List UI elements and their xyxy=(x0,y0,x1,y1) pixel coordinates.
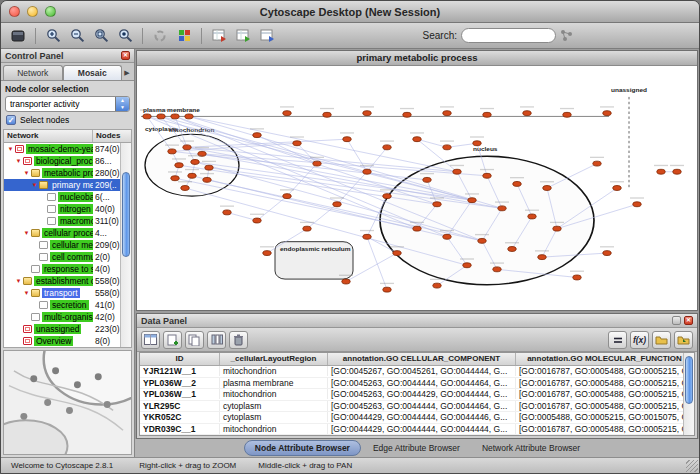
tree-row-metabolic-process[interactable]: ▼metabolic process280(0) xyxy=(4,167,131,179)
network-node[interactable] xyxy=(181,186,189,191)
tree-row-unassigned[interactable]: unassigned223(0) xyxy=(4,323,131,335)
tree-row-multi-organism-pro[interactable]: multi-organism pro42(0) xyxy=(4,311,131,323)
network-node[interactable] xyxy=(433,283,441,288)
import-network-icon[interactable] xyxy=(232,25,254,46)
network-node[interactable] xyxy=(283,194,291,199)
network-node[interactable] xyxy=(498,206,506,211)
select-attributes-icon[interactable] xyxy=(141,331,160,349)
network-node[interactable] xyxy=(593,161,601,166)
network-node[interactable] xyxy=(175,163,183,168)
tree-row-cellular-metabo[interactable]: cellular metabo209(0) xyxy=(4,239,131,251)
network-node[interactable] xyxy=(171,114,179,119)
network-node[interactable] xyxy=(543,186,551,191)
annotation-icon[interactable] xyxy=(256,25,278,46)
network-node[interactable] xyxy=(493,267,501,272)
tree-row-cell-communica[interactable]: cell communica2(0) xyxy=(4,251,131,263)
network-node[interactable] xyxy=(478,238,486,243)
close-icon[interactable]: ✕ xyxy=(684,316,693,325)
refresh-layout-icon[interactable] xyxy=(149,25,171,46)
network-node[interactable] xyxy=(253,133,261,138)
network-node[interactable] xyxy=(383,194,391,199)
float-panel-icon[interactable] xyxy=(672,316,681,325)
network-node[interactable] xyxy=(143,114,151,119)
table-row[interactable]: YDR039C__1mitochondrion[GO:0044429, GO:0… xyxy=(140,424,694,436)
minimize-window-button[interactable] xyxy=(27,6,38,17)
tree-scrollbar-thumb[interactable] xyxy=(122,172,130,258)
network-node[interactable] xyxy=(473,141,481,146)
zoom-out-icon[interactable] xyxy=(66,25,88,46)
network-node[interactable] xyxy=(343,137,351,142)
tree-row-mosaic-demo-yeast[interactable]: ▼mosaic-demo-yeast874(0) xyxy=(4,143,131,155)
folder-icon[interactable] xyxy=(652,331,671,349)
table-row[interactable]: YKR052Ccytoplasm[GO:0044429, GO:0044444,… xyxy=(140,412,694,424)
expander-icon[interactable]: ▼ xyxy=(22,170,31,176)
network-node[interactable] xyxy=(633,202,641,207)
network-node[interactable] xyxy=(313,161,321,166)
network-node[interactable] xyxy=(303,226,311,231)
network-node[interactable] xyxy=(508,247,516,252)
network-node[interactable] xyxy=(443,111,451,116)
zoom-selected-icon[interactable] xyxy=(114,25,136,46)
network-canvas[interactable]: plasma membrane cytoplasm mitochondrion … xyxy=(137,66,697,310)
table-row[interactable]: YJR121W__1mitochondrion[GO:0045267, GO:0… xyxy=(140,366,694,378)
network-node[interactable] xyxy=(188,173,196,178)
network-node[interactable] xyxy=(333,202,341,207)
search-input[interactable] xyxy=(461,28,556,43)
close-window-button[interactable] xyxy=(9,6,20,17)
network-node[interactable] xyxy=(433,202,441,207)
network-node[interactable] xyxy=(283,111,291,116)
network-node[interactable] xyxy=(342,279,350,284)
tree-row-nitrogen-compo[interactable]: nitrogen compo40(0) xyxy=(4,203,131,215)
network-node[interactable] xyxy=(468,198,476,203)
column-go-cellular-component[interactable]: annotation.GO CELLULAR_COMPONENT xyxy=(328,353,516,365)
network-node[interactable] xyxy=(657,169,665,174)
network-node[interactable] xyxy=(263,251,271,256)
tree-row-nucleobase[interactable]: nucleobase6(... xyxy=(4,191,131,203)
network-structure-icon[interactable] xyxy=(560,29,573,42)
zoom-in-icon[interactable] xyxy=(42,25,64,46)
tree-row-biological-process[interactable]: ▼biological_process86... xyxy=(4,155,131,167)
function-builder-button[interactable]: f(x) xyxy=(630,331,649,349)
network-node[interactable] xyxy=(513,181,521,186)
network-node[interactable] xyxy=(483,112,491,117)
network-node[interactable] xyxy=(443,145,451,150)
network-node[interactable] xyxy=(413,137,421,142)
tab-node-attribute-browser[interactable]: Node Attribute Browser xyxy=(244,440,361,456)
import-attributes-icon[interactable] xyxy=(208,25,230,46)
network-node[interactable] xyxy=(603,251,611,256)
network-node[interactable] xyxy=(253,218,261,223)
network-node[interactable] xyxy=(363,234,371,239)
tree-row-response-to-stimul[interactable]: response to stimul4(0) xyxy=(4,263,131,275)
tab-mosaic[interactable]: Mosaic xyxy=(63,65,123,80)
network-node[interactable] xyxy=(413,226,421,231)
network-frame-title[interactable]: primary metabolic process xyxy=(137,51,697,66)
network-node[interactable] xyxy=(383,287,391,292)
expander-icon[interactable]: ▼ xyxy=(22,290,31,296)
tree-row-overview[interactable]: Overview8(0) xyxy=(4,335,131,347)
select-nodes-checkbox[interactable]: ✓ xyxy=(6,115,16,125)
network-node[interactable] xyxy=(363,111,371,116)
attribute-columns-icon[interactable] xyxy=(207,331,226,349)
network-node[interactable] xyxy=(538,255,546,260)
table-scrollbar-thumb[interactable] xyxy=(685,356,693,404)
tree-row-transport[interactable]: ▼transport558(0) xyxy=(4,287,131,299)
vizmapper-icon[interactable] xyxy=(173,25,195,46)
network-node[interactable] xyxy=(203,177,211,182)
network-node[interactable] xyxy=(453,169,461,174)
network-node[interactable] xyxy=(223,210,231,215)
tree-column-network[interactable]: Network xyxy=(4,130,93,142)
create-attribute-icon[interactable] xyxy=(163,331,182,349)
network-node[interactable] xyxy=(573,275,581,280)
close-icon[interactable]: ✕ xyxy=(121,51,130,60)
expander-icon[interactable]: ▼ xyxy=(22,230,31,236)
equation-icon[interactable] xyxy=(608,331,627,349)
expander-icon[interactable]: ▼ xyxy=(14,278,23,284)
tab-edge-attribute-browser[interactable]: Edge Attribute Browser xyxy=(363,441,470,455)
titlebar[interactable]: Cytoscape Desktop (New Session) xyxy=(1,1,699,23)
network-node[interactable] xyxy=(363,169,371,174)
network-node[interactable] xyxy=(183,145,191,150)
table-row[interactable]: YLR295Ccytoplasm[GO:0045263, GO:0044444,… xyxy=(140,401,694,413)
network-node[interactable] xyxy=(191,160,199,165)
network-node[interactable] xyxy=(168,149,176,154)
delete-attribute-icon[interactable] xyxy=(229,331,248,349)
